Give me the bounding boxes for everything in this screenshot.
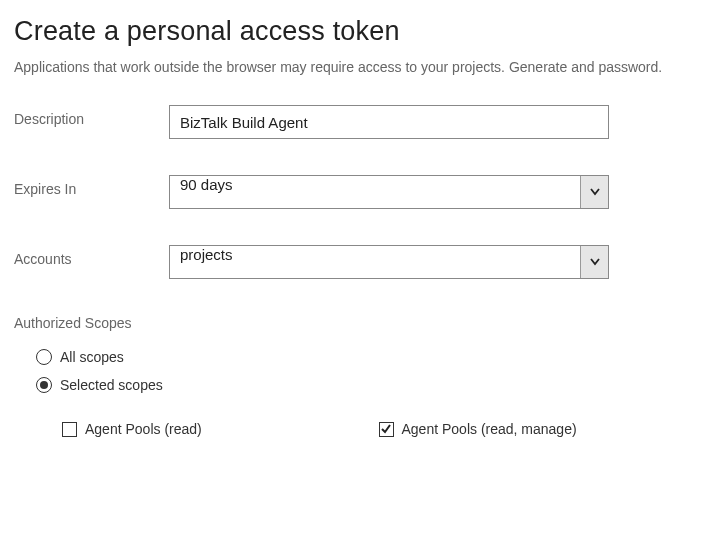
checkbox-icon [62,422,77,437]
accounts-label: Accounts [14,245,169,267]
description-label: Description [14,105,169,127]
check-agent-pools-read-label: Agent Pools (read) [85,421,202,437]
radio-icon [36,377,52,393]
check-agent-pools-manage-label: Agent Pools (read, manage) [402,421,577,437]
check-agent-pools-manage[interactable]: Agent Pools (read, manage) [379,421,696,437]
page-subtitle: Applications that work outside the brows… [14,57,695,77]
accounts-select[interactable]: projects [169,245,609,279]
expires-row: Expires In 90 days [14,175,695,209]
expires-select[interactable]: 90 days [169,175,609,209]
description-input[interactable] [169,105,609,139]
page-title: Create a personal access token [14,16,695,47]
expires-label: Expires In [14,175,169,197]
radio-selected-scopes[interactable]: Selected scopes [36,377,695,393]
radio-all-scopes-label: All scopes [60,349,124,365]
radio-all-scopes[interactable]: All scopes [36,349,695,365]
scope-radio-group: All scopes Selected scopes [14,349,695,393]
radio-selected-scopes-label: Selected scopes [60,377,163,393]
checkbox-icon [379,422,394,437]
check-agent-pools-read[interactable]: Agent Pools (read) [62,421,379,437]
accounts-row: Accounts projects [14,245,695,279]
scope-checks: Agent Pools (read) Agent Pools (read, ma… [14,421,695,449]
description-row: Description [14,105,695,139]
expires-select-wrap[interactable]: 90 days [169,175,609,209]
accounts-select-wrap[interactable]: projects [169,245,609,279]
radio-icon [36,349,52,365]
authorized-scopes-label: Authorized Scopes [14,315,695,331]
